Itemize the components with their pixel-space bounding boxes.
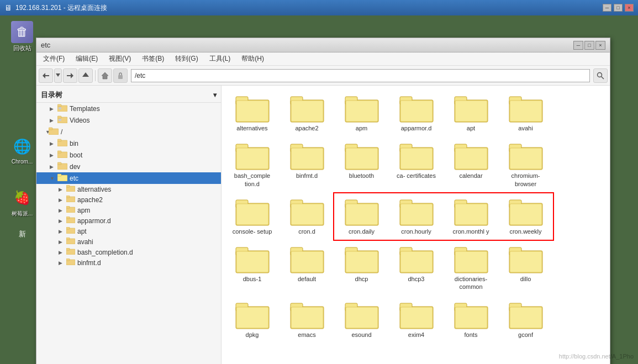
- svg-rect-114: [400, 251, 433, 272]
- svg-rect-32: [57, 174, 61, 176]
- toolbar-search-button[interactable]: [593, 68, 608, 83]
- file-item[interactable]: dhcp3: [390, 241, 442, 294]
- file-item[interactable]: cron.weekly: [499, 193, 552, 239]
- file-item[interactable]: fonts: [445, 297, 497, 342]
- close-outer-button[interactable]: ×: [625, 4, 634, 12]
- file-item[interactable]: dbus-1: [226, 241, 278, 294]
- file-item[interactable]: cron.daily: [335, 193, 388, 239]
- sidebar-item-etc[interactable]: ▼ etc: [36, 172, 221, 184]
- file-item[interactable]: dpkg: [226, 297, 278, 342]
- sidebar-label: /: [61, 128, 62, 136]
- new-icon[interactable]: 新: [6, 223, 39, 246]
- svg-rect-87: [236, 204, 268, 225]
- sidebar-item-avahi[interactable]: ▶ avahi: [36, 236, 221, 247]
- svg-rect-108: [291, 251, 323, 272]
- toolbar-back-button[interactable]: [39, 68, 53, 83]
- expand-icon: ▶: [50, 152, 57, 158]
- sidebar-item-apm[interactable]: ▶ apm: [36, 205, 221, 215]
- folder-icon: [454, 94, 489, 123]
- sidebar-item-binfmt[interactable]: ▶ binfmt.d: [36, 257, 221, 268]
- file-item[interactable]: bluetooth: [335, 138, 388, 191]
- sidebar-item-templates[interactable]: ▶ Templates: [36, 103, 221, 114]
- fm-minimize-button[interactable]: ─: [573, 41, 583, 50]
- file-item[interactable]: apt: [445, 90, 497, 135]
- file-label: ca- certificates: [397, 172, 436, 180]
- toolbar-lock-button[interactable]: [113, 68, 128, 83]
- sidebar-label: Templates: [70, 105, 100, 113]
- sidebar-item-dev[interactable]: ▶ dev: [36, 161, 221, 172]
- sidebar-collapse-icon[interactable]: ▾: [213, 91, 217, 99]
- address-bar-input[interactable]: [131, 69, 590, 82]
- file-item[interactable]: emacs: [281, 297, 333, 342]
- file-label: cron.weekly: [509, 228, 541, 235]
- sidebar-item-alternatives[interactable]: ▶ alternatives: [36, 184, 221, 194]
- file-item[interactable]: cron.d: [281, 193, 333, 239]
- file-item[interactable]: alternatives: [226, 90, 278, 135]
- menu-view[interactable]: 视图(V): [104, 53, 135, 65]
- expand-icon: ▶: [59, 187, 66, 192]
- file-item[interactable]: default: [281, 241, 333, 294]
- file-item[interactable]: calendar: [445, 138, 497, 191]
- folder-icon: [235, 301, 270, 330]
- svg-rect-123: [236, 307, 268, 328]
- fm-close-button[interactable]: ×: [595, 41, 605, 50]
- sidebar-item-bash-completion[interactable]: ▶ bash_completion.d: [36, 247, 221, 257]
- file-item[interactable]: apparmor.d: [390, 90, 442, 135]
- svg-rect-20: [49, 128, 52, 130]
- svg-rect-132: [400, 307, 433, 328]
- chrome-icon[interactable]: 🌐 Chrom...: [6, 135, 39, 165]
- menu-edit[interactable]: 编辑(E): [71, 53, 102, 65]
- file-item[interactable]: exim4: [390, 297, 442, 342]
- file-label: fonts: [465, 331, 478, 339]
- svg-rect-93: [346, 204, 378, 225]
- file-manager-window: etc ─ □ × 文件(F) 编辑(E) 视图(V) 书签(B) 转到(G) …: [36, 38, 610, 364]
- file-item[interactable]: bash_comple tion.d: [226, 138, 278, 191]
- svg-rect-66: [510, 101, 542, 122]
- folder-icon: [66, 248, 75, 256]
- sidebar-item-apt[interactable]: ▶ apt: [36, 226, 221, 236]
- sidebar-item-root[interactable]: ▼ /: [36, 126, 221, 138]
- file-label: dhcp: [355, 275, 368, 283]
- folder-icon: [235, 142, 270, 171]
- sidebar-item-apparmor[interactable]: ▶ apparmor.d: [36, 215, 221, 226]
- svg-rect-16: [57, 116, 61, 118]
- file-item[interactable]: binfmt.d: [281, 138, 333, 191]
- file-item[interactable]: ca- certificates: [390, 138, 442, 191]
- toolbar-dropdown-button[interactable]: [54, 68, 62, 83]
- menu-goto[interactable]: 转到(G): [171, 53, 202, 65]
- file-item[interactable]: esound: [335, 297, 388, 342]
- file-item[interactable]: console- setup: [226, 193, 278, 239]
- sidebar-item-apache2[interactable]: ▶ apache2: [36, 194, 221, 205]
- menu-tools[interactable]: 工具(L): [205, 53, 235, 65]
- menu-file[interactable]: 文件(F): [39, 53, 69, 65]
- sidebar-item-boot[interactable]: ▶ boot: [36, 149, 221, 161]
- sidebar-item-bin[interactable]: ▶ bin: [36, 138, 221, 149]
- file-item[interactable]: apm: [335, 90, 388, 135]
- outer-titlebar-left: 🖥 192.168.31.201 - 远程桌面连接: [4, 3, 107, 13]
- sidebar-item-videos[interactable]: ▶ Videos: [36, 114, 221, 126]
- file-item[interactable]: dhcp: [335, 241, 388, 294]
- file-item[interactable]: gconf: [499, 297, 552, 342]
- toolbar-home-button[interactable]: [98, 68, 112, 83]
- menu-help[interactable]: 帮助(H): [237, 53, 268, 65]
- file-item[interactable]: chromium- browser: [499, 138, 552, 191]
- file-item[interactable]: avahi: [499, 90, 552, 135]
- folder-icon: [66, 259, 75, 267]
- svg-marker-2: [56, 73, 60, 77]
- svg-rect-29: [57, 162, 61, 165]
- fm-maximize-button[interactable]: □: [584, 41, 594, 50]
- raspberry-icon[interactable]: 🍓 树莓派...: [6, 187, 39, 218]
- file-item[interactable]: apache2: [281, 90, 333, 135]
- recycle-bin-icon[interactable]: 🗑 回收站: [6, 21, 39, 52]
- svg-rect-4: [67, 75, 71, 76]
- file-item[interactable]: cron.hourly: [390, 193, 442, 239]
- file-item[interactable]: dillo: [499, 241, 552, 294]
- svg-rect-135: [455, 307, 487, 328]
- maximize-outer-button[interactable]: □: [614, 4, 623, 12]
- minimize-outer-button[interactable]: ─: [603, 4, 611, 12]
- toolbar-forward-button[interactable]: [63, 68, 77, 83]
- file-item[interactable]: dictionaries- common: [445, 241, 497, 294]
- menu-bookmarks[interactable]: 书签(B): [138, 53, 168, 65]
- file-item[interactable]: cron.monthl y: [445, 193, 497, 239]
- toolbar-up-button[interactable]: [78, 68, 93, 83]
